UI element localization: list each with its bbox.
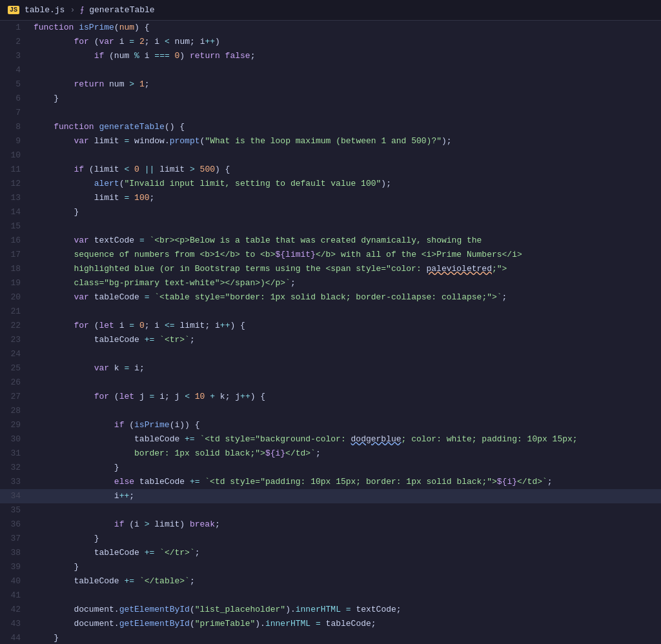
code-line: 24 — [0, 347, 661, 361]
line-number: 31 — [0, 447, 31, 461]
line-number: 39 — [0, 560, 31, 574]
code-line: 23 tableCode += `<tr>`; — [0, 333, 661, 347]
js-icon: JS — [8, 6, 19, 14]
line-content: document.getElementById("list_placeholde… — [31, 603, 661, 617]
line-content: var tableCode = `<table style="border: 1… — [31, 290, 661, 305]
code-line: 32 } — [0, 461, 661, 475]
line-number: 22 — [0, 319, 31, 333]
line-content: alert("Invalid input limit, setting to d… — [31, 177, 661, 191]
line-number: 4 — [0, 63, 31, 77]
line-content: } — [31, 461, 661, 475]
line-number: 28 — [0, 404, 31, 418]
line-content: if (i > limit) break; — [31, 518, 661, 532]
code-line: 2 for (var i = 2; i < num; i++) — [0, 35, 661, 49]
code-line: 40 tableCode += `</table>`; — [0, 574, 661, 589]
line-number: 41 — [0, 589, 31, 603]
line-content: var k = i; — [31, 361, 661, 376]
line-content: class="bg-primary text-white"></span>)</… — [31, 276, 661, 290]
line-content: for (let i = 0; i <= limit; i++) { — [31, 319, 661, 333]
line-number: 27 — [0, 390, 31, 404]
code-editor[interactable]: 1 function isPrime(num) { 2 for (var i =… — [0, 21, 661, 644]
line-number: 30 — [0, 432, 31, 447]
line-content: document.getElementById("primeTable").in… — [31, 617, 661, 631]
code-line: 43 document.getElementById("primeTable")… — [0, 617, 661, 631]
code-line: 10 — [0, 148, 661, 163]
line-number: 34 — [0, 489, 31, 503]
code-line: 22 for (let i = 0; i <= limit; i++) { — [0, 319, 661, 333]
line-number: 26 — [0, 376, 31, 390]
line-number: 16 — [0, 234, 31, 248]
function-icon: ⨍ — [80, 5, 84, 15]
code-line: 20 var tableCode = `<table style="border… — [0, 290, 661, 305]
line-number: 32 — [0, 461, 31, 475]
line-number: 44 — [0, 631, 31, 644]
code-line: 7 — [0, 106, 661, 120]
line-content: tableCode += `</table>`; — [31, 574, 661, 589]
line-content: if (num % i === 0) return false; — [31, 49, 661, 63]
code-line: 18 highlighted blue (or in Bootstrap ter… — [0, 262, 661, 276]
line-number: 10 — [0, 148, 31, 163]
code-line: 34 i++; — [0, 489, 661, 503]
line-number: 23 — [0, 333, 31, 347]
line-content: if (isPrime(i)) { — [31, 418, 661, 432]
line-number: 29 — [0, 418, 31, 432]
line-number: 42 — [0, 603, 31, 617]
line-content: } — [31, 532, 661, 546]
code-line: 31 border: 1px solid black;">${i}</td>`; — [0, 447, 661, 461]
line-number: 5 — [0, 77, 31, 92]
line-content: tableCode += `<tr>`; — [31, 333, 661, 347]
line-number: 18 — [0, 262, 31, 276]
code-line: 41 — [0, 589, 661, 603]
code-line: 6 } — [0, 92, 661, 106]
code-line: 21 — [0, 305, 661, 319]
title-bar: JS table.js › ⨍ generateTable — [0, 0, 661, 21]
line-content: tableCode += `<td style="background-colo… — [31, 432, 661, 447]
code-line: 30 tableCode += `<td style="background-c… — [0, 432, 661, 447]
code-line: 28 — [0, 404, 661, 418]
line-number: 12 — [0, 177, 31, 191]
code-line: 15 — [0, 219, 661, 234]
code-line: 42 document.getElementById("list_placeho… — [0, 603, 661, 617]
code-line: 3 if (num % i === 0) return false; — [0, 49, 661, 63]
line-content: i++; — [31, 489, 661, 503]
code-line: 4 — [0, 63, 661, 77]
line-content: highlighted blue (or in Bootstrap terms … — [31, 262, 661, 276]
line-number: 36 — [0, 518, 31, 532]
line-number: 6 — [0, 92, 31, 106]
line-number: 38 — [0, 546, 31, 560]
line-number: 19 — [0, 276, 31, 290]
line-content: } — [31, 205, 661, 219]
line-content: sequence of numbers from <b>1</b> to <b>… — [31, 248, 661, 262]
line-number: 40 — [0, 574, 31, 589]
line-number: 20 — [0, 290, 31, 305]
line-content: limit = 100; — [31, 191, 661, 205]
line-number: 1 — [0, 21, 31, 35]
line-content: var textCode = `<br><p>Below is a table … — [31, 234, 661, 248]
line-content: } — [31, 92, 661, 106]
code-line: 16 var textCode = `<br><p>Below is a tab… — [0, 234, 661, 248]
line-number: 3 — [0, 49, 31, 63]
line-content: for (let j = i; j < 10 + k; j++) { — [31, 390, 661, 404]
code-line: 19 class="bg-primary text-white"></span>… — [0, 276, 661, 290]
code-line: 36 if (i > limit) break; — [0, 518, 661, 532]
line-number: 33 — [0, 475, 31, 489]
code-line: 1 function isPrime(num) { — [0, 21, 661, 35]
line-content: } — [31, 560, 661, 574]
line-content: function isPrime(num) { — [31, 21, 661, 35]
breadcrumb-function: generateTable — [89, 5, 154, 15]
code-line: 13 limit = 100; — [0, 191, 661, 205]
line-content: tableCode += `</tr>`; — [31, 546, 661, 560]
line-number: 14 — [0, 205, 31, 219]
line-content: var limit = window.prompt("What is the l… — [31, 134, 661, 148]
line-content: border: 1px solid black;">${i}</td>`; — [31, 447, 661, 461]
code-line: 25 var k = i; — [0, 361, 661, 376]
line-number: 13 — [0, 191, 31, 205]
code-line: 8 function generateTable() { — [0, 120, 661, 134]
line-content: if (limit < 0 || limit > 500) { — [31, 163, 661, 177]
line-number: 17 — [0, 248, 31, 262]
code-line: 35 — [0, 503, 661, 518]
line-number: 15 — [0, 219, 31, 234]
code-line: 37 } — [0, 532, 661, 546]
code-line: 27 for (let j = i; j < 10 + k; j++) { — [0, 390, 661, 404]
line-number: 24 — [0, 347, 31, 361]
